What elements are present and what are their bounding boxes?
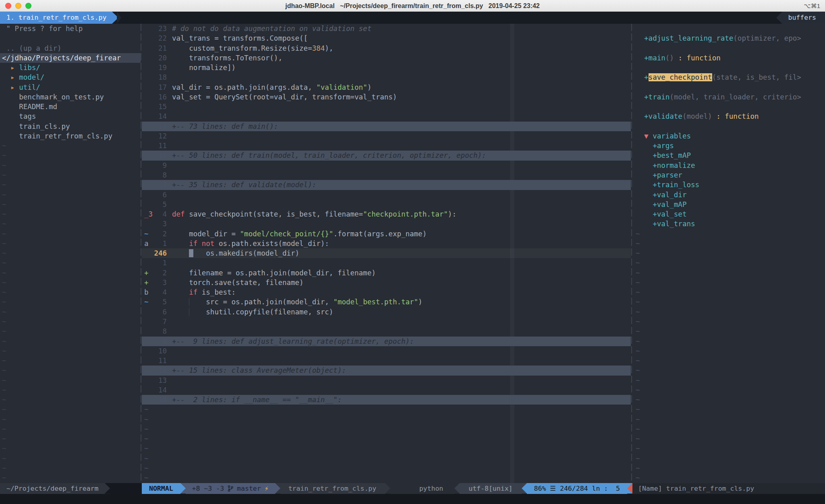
code-line[interactable]: 15 <box>142 102 631 112</box>
code-line[interactable]: 12 <box>142 131 631 141</box>
line-number: 7 <box>152 317 167 326</box>
folded-region[interactable]: 12+-- 15 lines: class AverageMeter(objec… <box>142 366 631 375</box>
code-line[interactable]: 7 <box>142 317 631 326</box>
tree-file-tags[interactable]: tags <box>0 112 141 121</box>
code-line[interactable]: 16val_set = QuerySet(root=val_dir, trans… <box>142 92 631 102</box>
code-text: torch.save(state, filename) <box>167 278 631 287</box>
code-text: +-- 50 lines: def train(model, train_loa… <box>167 151 631 160</box>
code-line[interactable]: 9 <box>142 161 631 170</box>
code-line[interactable]: 21 custom_transform.Resize(size=384), <box>142 43 631 53</box>
tree-file-benchmark_on_test[interactable]: benchmark_on_test.py <box>0 92 141 102</box>
code-line[interactable]: 8 <box>142 170 631 180</box>
code-line[interactable]: 11 <box>142 356 631 366</box>
code-line[interactable]: 19 normalize]) <box>142 63 631 72</box>
code-line[interactable]: ~2 model_dir = "model/check_point/{}".fo… <box>142 229 631 239</box>
tree-dir-libs[interactable]: ▸ libs/ <box>0 63 141 72</box>
tag-main[interactable]: +main() : function <box>633 53 825 63</box>
text-token: ) <box>418 298 423 306</box>
tree-file-train_retr_from_cls[interactable]: train_retr_from_cls.py <box>0 131 141 141</box>
tree-help-line[interactable]: " Press ? for help <box>0 24 141 33</box>
code-line[interactable]: b4 if is_best: <box>142 287 631 297</box>
gutter-sign: + <box>142 278 152 287</box>
folded-region[interactable]: 15+-- 2 lines: if __name__ == "__main__"… <box>142 395 631 405</box>
tag-adjust_learning_rate[interactable]: +adjust_learning_rate(optimizer, epo> <box>633 33 825 43</box>
text-token: +train <box>636 93 670 101</box>
code-text: +-- 9 lines: def adjust_learning_rate(op… <box>167 337 631 346</box>
folded-region[interactable]: 7+-- 35 lines: def validate(model): <box>142 180 631 190</box>
code-line[interactable]: 18 <box>142 72 631 82</box>
tilde-marker: ~ <box>2 337 6 345</box>
empty-line: ~ <box>633 307 825 317</box>
tree-up-a-dir[interactable]: .. (up a dir) <box>0 43 141 53</box>
text-token: def <box>172 210 185 218</box>
tree-dir-model[interactable]: ▸ model/ <box>0 72 141 82</box>
code-text <box>167 219 631 229</box>
statusline-tagbar: [Name] train_retr_from_cls.py <box>632 483 825 494</box>
tag-val_dir[interactable]: +val_dir <box>633 190 825 200</box>
powerline-separator-icon <box>522 483 527 494</box>
code-line[interactable]: 13 <box>142 376 631 385</box>
tag-validate[interactable]: +validate(model) : function <box>633 112 825 121</box>
fold-text: +-- 50 lines: def train(model, train_loa… <box>172 151 486 159</box>
text-token <box>189 298 193 306</box>
text-token: if <box>189 288 197 296</box>
tree-file-readme[interactable]: README.md <box>0 102 141 112</box>
text-token: +best_mAP <box>636 151 691 159</box>
text-token: libs/ <box>19 64 40 72</box>
tag-normalize[interactable]: +normalize <box>633 161 825 170</box>
tab-train_retr_from_cls[interactable]: 1. train_retr_from_cls.py <box>0 12 112 24</box>
line-number: 13 <box>152 122 167 131</box>
tree-root[interactable]: </jdhao/Projects/deep_firear <box>0 53 141 63</box>
tag-parser[interactable]: +parser <box>633 170 825 180</box>
text-token: "validation" <box>316 83 367 91</box>
empty-line: ~ <box>633 424 825 434</box>
tag-args[interactable]: +args <box>633 141 825 151</box>
code-line[interactable]: 5 <box>142 200 631 209</box>
statusline-filename: train_retr_from_cls.py <box>280 483 385 494</box>
code-line[interactable]: a1 if not os.path.exists(model_dir): <box>142 239 631 248</box>
tagbar-kind-variables[interactable]: ▼ variables <box>633 131 825 141</box>
folded-region[interactable]: 9+-- 9 lines: def adjust_learning_rate(o… <box>142 337 631 346</box>
vim-command-line[interactable] <box>0 494 825 504</box>
code-line[interactable]: 8 <box>142 326 631 336</box>
code-line[interactable]: 20 transforms.ToTensor(), <box>142 53 631 63</box>
tag-train_loss[interactable]: +train_loss <box>633 180 825 190</box>
tag-train[interactable]: +train(model, train_loader, criterio> <box>633 92 825 102</box>
code-line[interactable]: 23# do not do data augmentation on valid… <box>142 24 631 33</box>
code-line[interactable]: 10 <box>142 346 631 356</box>
code-line[interactable]: 1 <box>142 258 631 268</box>
code-line[interactable]: 14 <box>142 112 631 121</box>
tilde-marker: ~ <box>636 337 640 345</box>
folded-region[interactable]: 13+-- 73 lines: def main(): <box>142 122 631 131</box>
code-line[interactable]: 6 shutil.copyfile(filename, src) <box>142 307 631 317</box>
folded-region[interactable]: 10+-- 50 lines: def train(model, train_l… <box>142 151 631 160</box>
code-line[interactable]: 14 <box>142 385 631 395</box>
code-line[interactable]: 11 <box>142 141 631 151</box>
code-line[interactable]: ~5 src = os.path.join(model_dir, "model_… <box>142 297 631 307</box>
tag-best_mAP[interactable]: +best_mAP <box>633 151 825 160</box>
code-line[interactable]: 22val_trans = transforms.Compose([ <box>142 33 631 43</box>
empty-line: ~ <box>633 287 825 297</box>
code-line[interactable]: +3 torch.save(state, filename) <box>142 278 631 287</box>
code-line[interactable]: +2 filename = os.path.join(model_dir, fi… <box>142 268 631 278</box>
tag-save_checkpoint[interactable]: +save_checkpoint(state, is_best, fil> <box>633 72 825 82</box>
tree-dir-util[interactable]: ▸ util/ <box>0 83 141 92</box>
gutter-sign <box>142 337 152 346</box>
code-line[interactable]: 17val_dir = os.path.join(args.data, "val… <box>142 83 631 92</box>
empty-line: ~ <box>633 376 825 385</box>
code-line[interactable]: 6 <box>142 190 631 200</box>
text-token: # do not do data augmentation on validat… <box>172 25 371 33</box>
tag-val_trans[interactable]: +val_trans <box>633 219 825 229</box>
code-line[interactable]: 246 os.makedirs(model_dir) <box>142 248 631 258</box>
tree-file-train_cls[interactable]: train_cls.py <box>0 122 141 131</box>
tag-val_mAP[interactable]: +val_mAP <box>633 200 825 209</box>
window-separator[interactable] <box>631 24 632 483</box>
tilde-marker: ~ <box>2 288 6 296</box>
text-token: : function <box>712 112 759 120</box>
empty-line: ~ <box>0 141 141 151</box>
code-line[interactable]: 3 <box>142 219 631 229</box>
code-line[interactable]: _34def save_checkpoint(state, is_best, f… <box>142 209 631 219</box>
tag-val_set[interactable]: +val_set <box>633 209 825 219</box>
window-separator[interactable] <box>141 24 141 483</box>
line-number: 3 <box>152 219 167 229</box>
